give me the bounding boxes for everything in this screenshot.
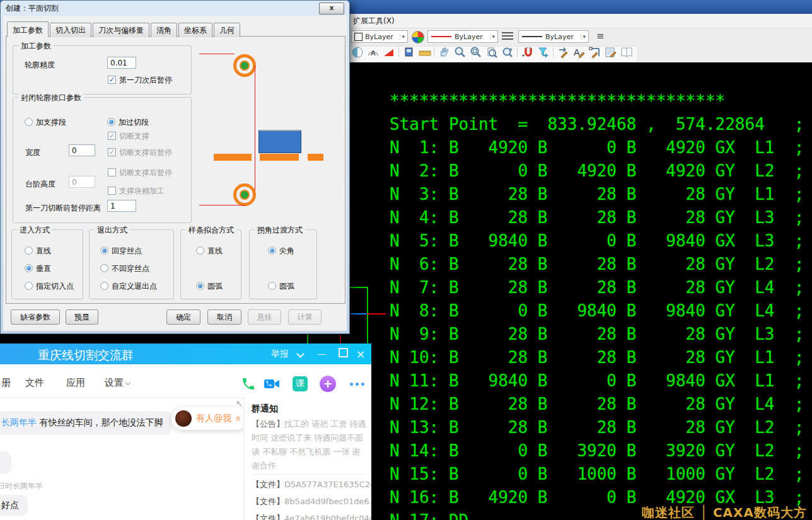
video-call-icon[interactable] <box>264 376 280 392</box>
cancel-button[interactable]: 取消 <box>207 309 241 325</box>
support-block-finishing-checkbox[interactable] <box>108 187 116 195</box>
add-overcut-segment-label: 加过切段 <box>119 117 149 128</box>
spline-line-radio[interactable] <box>196 246 204 255</box>
add-plus-icon[interactable]: + <box>320 376 336 392</box>
cut-support-checkbox[interactable]: ✓ <box>108 132 116 140</box>
preview-button[interactable]: 预显 <box>66 309 98 325</box>
lower-pulley-center-dot <box>240 190 250 200</box>
svg-text:A: A <box>574 47 580 57</box>
menu-roster[interactable]: 册 <box>1 377 11 389</box>
pause-after-first-pass-label: 第一刀次后暂停 <box>119 75 172 86</box>
menu-files[interactable]: 文件 <box>25 377 44 389</box>
hamburger-icon[interactable]: ≡ <box>596 30 605 42</box>
color-wheel-icon[interactable] <box>412 31 424 43</box>
spline-arc-radio[interactable] <box>196 282 204 290</box>
pause-before-cut-support-checkbox[interactable]: ✓ <box>108 148 116 156</box>
close-icon[interactable]: × <box>354 344 367 364</box>
step-height-input[interactable]: 0 <box>69 176 95 188</box>
file-label: 【文件】 <box>252 514 284 520</box>
ruler-measure-icon[interactable] <box>418 45 432 59</box>
pan-hand-icon[interactable] <box>438 45 451 59</box>
nc-program-output: ********************************** Start… <box>390 90 804 520</box>
zoom-page-icon[interactable] <box>485 45 499 59</box>
filter-pick-icon[interactable] <box>536 45 550 59</box>
tab-geometry[interactable]: 几何 <box>214 23 240 37</box>
calculate-button[interactable]: 计算 <box>288 309 322 325</box>
screen: 扩展工具(X) ByLayer ▾ ByLayer ▾ ByLayer ▾ ≡ … <box>0 0 812 520</box>
mention-link[interactable]: 长两年半 <box>1 417 37 427</box>
snap-magnet-icon[interactable] <box>521 45 535 59</box>
lineweight-icon[interactable] <box>502 32 513 41</box>
color-bylayer-select[interactable]: ByLayer ▾ <box>351 30 408 43</box>
message-text: 好点 <box>1 500 19 510</box>
lineweight-bylayer-select[interactable]: ByLayer ▾ <box>518 30 589 43</box>
more-options-icon[interactable] <box>346 376 368 392</box>
report-button[interactable]: 举报 <box>271 344 289 364</box>
menu-extension-tools[interactable]: 扩展工具(X) <box>353 16 395 26</box>
mention-me-pill-button[interactable]: 有人@我 « <box>171 407 248 430</box>
menu-settings[interactable]: 设置 <box>105 377 124 389</box>
add-overcut-segment-radio[interactable] <box>107 118 115 126</box>
text-angle-icon[interactable]: A <box>366 45 380 59</box>
default-params-button[interactable]: 缺省参数 <box>11 309 60 325</box>
linetype-bylayer-select[interactable]: ByLayer ▾ <box>427 30 498 43</box>
entry-vertical-radio[interactable] <box>25 264 33 272</box>
chat-message-bubble[interactable]: 好点 <box>0 495 28 516</box>
pause-distance-input[interactable]: 1 <box>107 200 136 212</box>
text-edit-icon[interactable]: A <box>572 45 586 59</box>
sheet-edit-icon[interactable] <box>604 45 618 59</box>
group-title: 封闭轮廓接口参数 <box>18 93 84 103</box>
width-label: 宽度 <box>25 147 40 158</box>
chevron-down-icon[interactable] <box>298 344 303 364</box>
chat-message-bubble[interactable]: 长两年半 有快丝的车间，那个地没法下脚 <box>0 411 171 435</box>
trim-tool-icon[interactable] <box>557 45 571 59</box>
ok-button[interactable]: 确定 <box>166 309 200 325</box>
file-item[interactable]: 【文件】D5A577A37E1635C24... <box>252 479 371 490</box>
maximize-button[interactable] <box>337 344 349 364</box>
linetype-sample-icon <box>431 36 451 37</box>
contour-precision-label: 轮廓精度 <box>25 60 55 71</box>
avatar <box>175 410 192 427</box>
tab-passes-offsets[interactable]: 刀次与偏移量 <box>93 23 149 37</box>
minimize-button[interactable]: — <box>315 344 328 364</box>
chat-message-bubble-clipped[interactable] <box>0 451 11 474</box>
exit-no-return-label: 不回穿丝点 <box>112 263 149 274</box>
pause-after-cut-support-checkbox[interactable] <box>108 168 116 176</box>
zoom-window-icon[interactable] <box>469 45 483 59</box>
color-bylayer-value: ByLayer <box>365 33 393 41</box>
book-icon[interactable] <box>620 45 634 59</box>
entry-vertical-label: 垂直 <box>36 263 51 274</box>
file-item[interactable]: 【文件】4e7ab619b0befdc04c... <box>252 513 371 520</box>
announcement[interactable]: 【公告】找工的 请把 工资 待遇 时间 这些说了来 待遇问题不面谈 不私聊 不然… <box>252 417 366 473</box>
file-name: 4e7ab619b0befdc04c... <box>284 514 371 520</box>
tab-coordinate-system[interactable]: 坐标系 <box>178 23 212 37</box>
half-pie-tool-icon[interactable] <box>351 45 364 59</box>
red-triangle-icon[interactable] <box>382 45 396 59</box>
dialog-close-button[interactable]: x <box>319 3 344 14</box>
corner-sharp-radio[interactable] <box>268 246 276 255</box>
tab-lead-in-out[interactable]: 切入切出 <box>50 23 91 37</box>
corner-arc-radio[interactable] <box>268 282 276 290</box>
entry-line-radio[interactable] <box>25 246 33 255</box>
exit-no-return-radio[interactable] <box>100 264 108 272</box>
file-item[interactable]: 【文件】8b5ad4d9fbec01de6... <box>252 496 371 507</box>
exit-return-point-radio[interactable] <box>100 246 108 255</box>
pause-after-first-pass-checkbox[interactable]: ✓ <box>108 76 116 84</box>
entry-specify-point-radio[interactable] <box>25 282 33 290</box>
menu-apps[interactable]: 应用 <box>66 377 85 389</box>
zoom-previous-icon[interactable] <box>501 45 514 59</box>
voice-call-icon[interactable] <box>240 376 257 392</box>
suspend-button[interactable]: 悬挂 <box>248 309 281 325</box>
width-input[interactable]: 0 <box>69 144 95 156</box>
zoom-dynamic-icon[interactable] <box>453 45 467 59</box>
contour-precision-input[interactable]: 0.01 <box>107 57 136 69</box>
monitor-display-icon[interactable] <box>402 45 416 59</box>
node-edit-icon[interactable] <box>588 45 602 59</box>
support-bar <box>260 154 299 161</box>
add-support-segment-radio[interactable] <box>25 118 33 126</box>
course-icon[interactable]: 课 <box>292 376 308 392</box>
group-exit-mode: 退出方式 回穿丝点 不回穿丝点 自定义退出点 <box>89 229 174 299</box>
tab-machining-params[interactable]: 加工参数 <box>7 21 49 37</box>
tab-corner-clean[interactable]: 清角 <box>151 23 177 37</box>
exit-custom-point-radio[interactable] <box>100 282 108 290</box>
